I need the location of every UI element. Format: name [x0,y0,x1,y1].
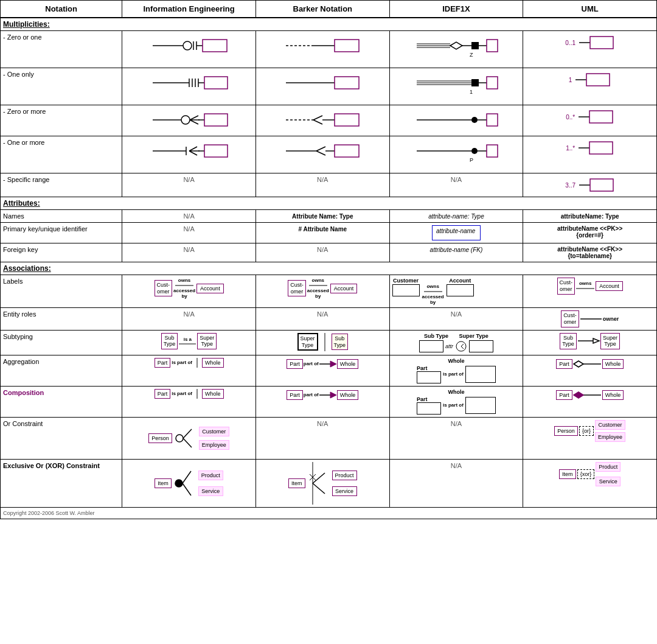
barker-xor-constraint: Item Product Service [255,459,389,507]
ie-one-only-svg [150,71,229,95]
copyright-text: Copyright 2002-2006 Scott W. Ambler [1,507,657,519]
idef-agg-is-part-of: is part of [443,371,464,377]
svg-rect-44 [204,114,228,126]
uml-sub-type-box: SubType [560,333,577,350]
uml-labels-account-box: Account [596,281,623,291]
svg-point-100 [175,480,182,487]
label-composition: Composition [1,386,122,417]
uml-agg-diamond-svg [574,358,601,370]
idef-fk-text: attribute-name (FK) [430,247,483,253]
label-foreign-key: Foreign key [1,243,122,262]
svg-rect-62 [204,145,228,157]
barker-agg-whole-box: Whole [337,359,359,369]
xor-label-text: Exclusive Or (XOR) Constraint [3,462,100,469]
row-labels: Labels Cust-omer owns accessed by Accoun… [1,275,657,308]
ie-labels-line-svg [175,283,193,288]
svg-marker-89 [330,361,336,367]
ie-one-or-more-svg [150,139,229,163]
barker-comp-whole-box: Whole [337,390,359,400]
uml-one-only-line-svg [574,71,611,89]
svg-line-40 [190,116,198,120]
svg-marker-12 [450,42,462,49]
barker-xor-item-box: Item [288,478,305,488]
svg-line-59 [189,151,197,155]
ie-xor-constraint: Item Product Service [122,459,256,507]
barker-labels-accessed: accessed [307,288,329,293]
barker-entity-roles-na: N/A [317,310,328,318]
uml-xor-item-box: Item [559,469,576,479]
svg-rect-76 [590,179,613,191]
barker-comp-label: part of [304,392,319,397]
svg-rect-53 [487,114,498,126]
idef-subtyping: Sub Type Super Type attr [389,330,523,355]
idef-xor-na: N/A [451,462,462,469]
idef-pk-text: attribute-name [436,228,476,234]
col-header-notation: Notation [1,1,122,18]
main-table: Notation Information Engineering Barker … [0,0,657,519]
idef-sub-type-label: Sub Type Super Type [392,333,521,339]
uml-pk-text: attributeName <<PK>> {order=#} [526,225,654,239]
ie-or-constraint-svg [173,420,198,457]
ie-names-na: N/A [183,212,194,220]
uml-xor-constraint: Item {xor} Product Service [523,459,657,507]
ie-zero-or-one [122,31,256,68]
idef-one-or-more-svg: P [414,139,499,169]
ie-or-constraint: Person Customer Employee [122,417,256,459]
label-one-only: - One only [1,68,122,105]
idef-one-only: 1 [389,68,523,105]
row-one-only: - One only [1,68,657,105]
barker-agg-part-box: Part [287,359,303,369]
ie-labels-accessed: accessed [173,288,195,293]
ie-comp-part-box: Part [155,389,171,399]
idef-specific-range-na: N/A [451,176,462,183]
ie-or-person-box: Person [148,433,172,443]
idef-foreign-key: attribute-name (FK) [389,243,523,262]
barker-xor-svg [307,462,331,505]
barker-names-text: Attribute Name: Type [292,213,353,220]
uml-xor-service-box: Service [596,477,620,486]
uml-or-employee-box: Employee [595,432,625,442]
svg-rect-28 [335,77,359,89]
svg-line-107 [313,483,325,494]
uml-labels-cust-box: Cust-omer [557,278,575,295]
idef-names: attribute-name: Type [389,210,523,223]
svg-rect-49 [335,114,359,126]
col-header-barker: Barker Notation [255,1,389,18]
barker-labels-line-svg [309,283,327,288]
idef-or-na: N/A [451,420,462,427]
ie-agg-label: is part of [172,360,192,365]
uml-zero-or-one-line-svg [578,33,614,52]
idef-zero-or-more [389,105,523,136]
ie-xor-item-box: Item [155,478,172,488]
associations-label: Associations: [3,264,51,273]
uml-specific-range-label: 3..7 [565,182,575,189]
svg-rect-14 [471,42,479,49]
uml-agg-part-box: Part [556,359,572,369]
idef-one-or-more: P [389,136,523,173]
svg-rect-17 [487,40,498,52]
uml-fk-text: attributeName <<FK>> {to=tablename} [526,246,654,259]
svg-text:Z: Z [470,52,473,58]
idef-comp-part-box [417,402,441,415]
svg-rect-35 [487,77,498,89]
idef-labels-customer: Customer [392,278,420,284]
uml-or-customer-box: Customer [595,420,625,430]
col-header-ie: Information Engineering [122,1,256,18]
ie-pk-na: N/A [183,225,194,233]
ie-comp-whole-box: Whole [202,389,224,399]
header-row: Notation Information Engineering Barker … [1,1,657,18]
barker-zero-or-one-svg [283,33,362,58]
barker-agg-arrow-svg [319,358,336,370]
label-aggregation: Aggregation [1,355,122,386]
svg-rect-74 [589,142,613,154]
ie-fk-na: N/A [183,246,194,253]
uml-names-text: attributeName: Type [561,213,619,220]
svg-line-65 [316,151,325,155]
ie-sub-type-box: SubType [161,333,178,350]
idef-primary-key: attribute-name [389,223,523,243]
idef-one-only-svg: 1 [414,71,499,101]
uml-entity-roles: Cust-omer owner [523,308,657,331]
ie-agg-part-box: Part [155,358,171,368]
uml-one-only-label: 1 [569,77,572,83]
uml-one-or-more-line-svg [577,139,614,157]
